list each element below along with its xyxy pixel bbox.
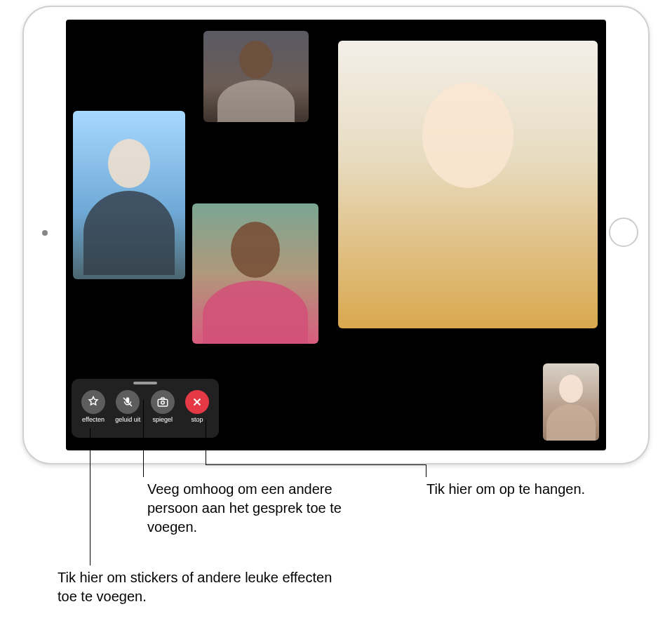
svg-rect-2 xyxy=(158,399,168,406)
ipad-frame: effecten geluid uit xyxy=(22,6,650,464)
home-button[interactable] xyxy=(609,217,638,247)
effects-label: effecten xyxy=(82,417,105,423)
participant-tile-center[interactable] xyxy=(192,203,318,344)
callout-line xyxy=(206,464,426,465)
participant-tile-left[interactable] xyxy=(73,111,185,279)
participant-tile-main[interactable] xyxy=(338,41,598,328)
effects-icon xyxy=(81,390,105,414)
flip-label: spiegel xyxy=(152,417,173,423)
mute-button[interactable]: geluid uit xyxy=(112,390,144,423)
flip-camera-button[interactable]: spiegel xyxy=(147,390,179,423)
mute-label: geluid uit xyxy=(115,417,140,423)
callout-line xyxy=(90,428,90,565)
callout-effects: Tik hier om stickers of andere leuke eff… xyxy=(58,568,338,606)
end-call-button[interactable]: stop xyxy=(181,390,213,423)
callout-hang-up: Tik hier om op te hangen. xyxy=(426,480,630,499)
participant-tile-top[interactable] xyxy=(203,31,309,122)
callout-line xyxy=(206,420,206,464)
microphone-muted-icon xyxy=(116,390,140,414)
panel-drag-handle[interactable] xyxy=(133,382,157,384)
call-controls-panel[interactable]: effecten geluid uit xyxy=(72,379,219,438)
facetime-screen: effecten geluid uit xyxy=(66,20,606,450)
callout-line xyxy=(426,464,426,477)
flip-camera-icon xyxy=(151,390,175,414)
close-icon xyxy=(185,390,209,414)
front-camera-dot xyxy=(42,230,48,236)
callout-line xyxy=(143,400,144,477)
callout-swipe-up: Veeg omhoog om een andere persoon aan he… xyxy=(147,480,351,537)
self-preview-tile[interactable] xyxy=(543,363,599,441)
end-label: stop xyxy=(191,417,203,423)
effects-button[interactable]: effecten xyxy=(77,390,109,423)
